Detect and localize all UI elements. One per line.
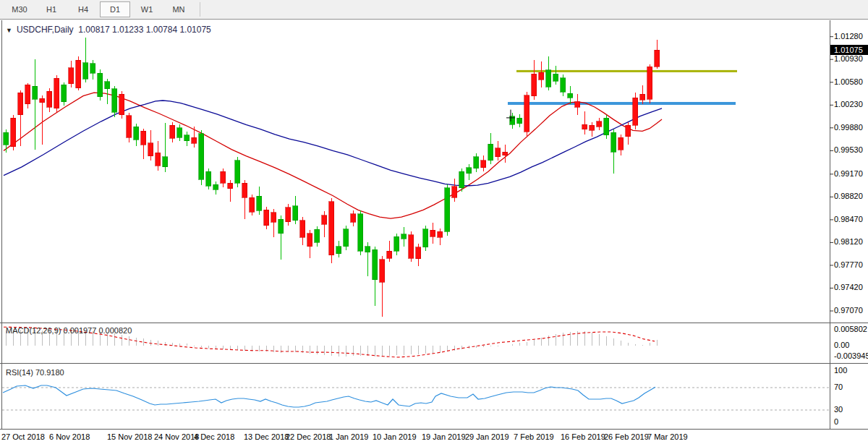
macd-bar [650, 343, 650, 346]
candle-body [199, 134, 204, 179]
candle-body [481, 161, 486, 168]
candle-body [532, 74, 537, 96]
candle-body [83, 63, 88, 80]
macd-bar [382, 346, 383, 356]
macd-bar [498, 346, 498, 346]
macd-bar [563, 333, 563, 346]
date-axis-label[interactable]: 26 Feb 2019 [604, 432, 649, 441]
candle-body [11, 118, 16, 147]
date-axis-label[interactable]: 10 Jan 2019 [373, 432, 417, 441]
candle-body [177, 128, 182, 138]
chart-title: ▼USDCHF,Daily 1.00817 1.01233 1.00784 1.… [6, 25, 211, 35]
date-axis-label[interactable]: 1 Jan 2019 [329, 432, 368, 441]
candle-wick [42, 95, 43, 145]
macd-bar [527, 342, 527, 346]
candle-body [322, 215, 327, 225]
cross-marker[interactable] [511, 110, 511, 121]
macd-bar [606, 336, 607, 346]
support-line[interactable] [508, 102, 736, 105]
macd-bar [411, 346, 412, 354]
candle-body [235, 161, 240, 184]
candle-body [373, 249, 378, 279]
macd-bar [404, 346, 404, 355]
date-axis-label[interactable]: 15 Nov 2018 [107, 432, 152, 441]
candle-body [307, 234, 312, 247]
ma-slow-blue [4, 101, 662, 186]
candle-body [264, 210, 269, 226]
macd-bar [331, 346, 332, 356]
macd-bar [353, 346, 354, 356]
candle-body [568, 93, 573, 98]
date-axis-label[interactable]: 19 Jan 2019 [422, 432, 466, 441]
date-axis-label[interactable]: 29 Jan 2019 [465, 432, 509, 441]
tf-button-mn[interactable]: MN [163, 1, 194, 17]
date-axis-label[interactable]: 13 Dec 2018 [244, 432, 289, 441]
date-axis-label[interactable]: 7 Mar 2019 [647, 432, 688, 441]
candle-body [192, 137, 197, 143]
candle-body [156, 153, 161, 166]
candle-body [575, 102, 580, 107]
date-axis-label[interactable]: 16 Feb 2019 [561, 432, 605, 441]
tf-button-h1[interactable]: H1 [36, 1, 67, 17]
symbol-name: USDCHF,Daily [17, 25, 74, 35]
macd-axis-label: 0.005802 [834, 325, 867, 333]
price-tick [830, 265, 833, 265]
candle-body [387, 251, 392, 258]
rsi-axis-label: 70 [834, 383, 843, 391]
price-axis-label: 0.97420 [834, 283, 863, 291]
candle-body [170, 125, 175, 138]
candle-body [112, 89, 117, 112]
candle-body [553, 74, 558, 81]
macd-bar [642, 345, 643, 346]
candle-body [423, 229, 428, 247]
macd-bar [613, 338, 614, 346]
macd-bar [461, 346, 462, 349]
price-axis-label: 0.98470 [834, 215, 863, 223]
price-axis-label: 0.99880 [834, 123, 863, 132]
current-price-badge: 1.01075 [830, 45, 868, 55]
candle-body [286, 208, 291, 222]
date-axis-label[interactable]: 24 Nov 2018 [154, 432, 199, 441]
candle-body [278, 219, 284, 234]
price-axis-label: 0.97070 [834, 306, 863, 315]
macd-bar [158, 341, 158, 346]
candle-body [488, 144, 493, 161]
candle-body [539, 72, 544, 80]
candle-body [47, 91, 52, 107]
price-axis-label: 1.00580 [834, 77, 863, 86]
toolbar-separator [200, 2, 200, 17]
candle-body [640, 94, 645, 100]
date-axis-label[interactable]: 6 Nov 2018 [49, 432, 90, 441]
price-axis-label: 0.99170 [834, 169, 863, 178]
chart-client-area[interactable]: ▼USDCHF,Daily 1.00817 1.01233 1.00784 1.… [0, 20, 868, 444]
candle-body [344, 229, 349, 247]
candle-body [524, 95, 529, 132]
price-axis-label: 0.99530 [834, 145, 863, 154]
macd-bar [534, 340, 535, 346]
candle-body [300, 221, 305, 237]
tf-button-h4[interactable]: H4 [68, 1, 98, 17]
cross-marker-tick[interactable] [506, 117, 515, 118]
candle-body [127, 116, 132, 138]
price-tick [830, 288, 833, 289]
date-axis-label[interactable]: 22 Dec 2018 [286, 432, 331, 441]
price-axis-label: 1.00230 [834, 100, 863, 108]
candle-wick [35, 59, 35, 149]
rsi-axis-label: 0 [834, 417, 838, 426]
macd-bar [237, 346, 238, 350]
price-tick [830, 242, 833, 243]
candle-body [517, 118, 522, 123]
macd-bar [396, 346, 397, 355]
tf-button-w1[interactable]: W1 [132, 1, 162, 17]
candle-body [626, 125, 631, 136]
date-axis-label[interactable]: 7 Feb 2019 [514, 432, 554, 441]
candle-body [257, 196, 262, 210]
date-axis-label[interactable]: 4 Dec 2018 [194, 432, 234, 441]
tf-button-d1[interactable]: D1 [100, 1, 130, 17]
tf-button-m30[interactable]: M30 [4, 1, 35, 17]
date-axis-label[interactable]: 27 Oct 2018 [1, 432, 45, 441]
chart-canvas[interactable] [0, 20, 868, 444]
chevron-down-icon[interactable]: ▼ [6, 27, 12, 34]
candle-body [452, 187, 457, 197]
candle-body [213, 184, 218, 189]
